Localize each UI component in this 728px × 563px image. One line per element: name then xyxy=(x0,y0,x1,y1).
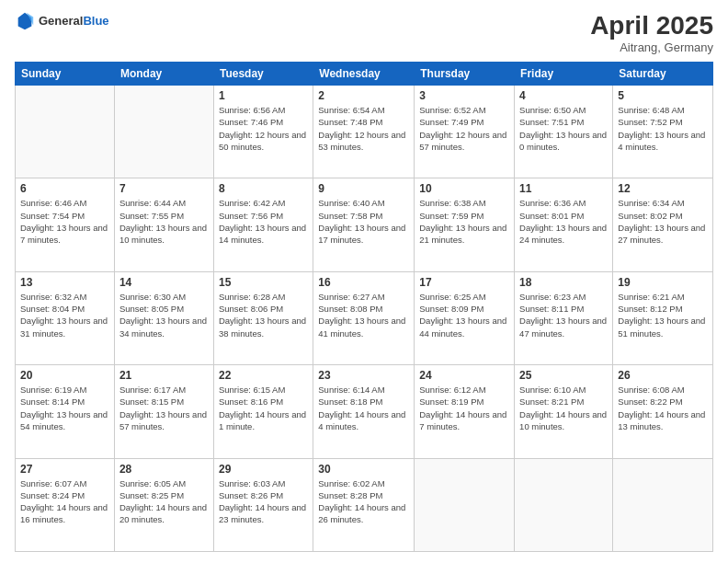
table-row: 22Sunrise: 6:15 AMSunset: 8:16 PMDayligh… xyxy=(213,365,313,458)
day-number: 24 xyxy=(419,369,509,382)
table-row: 30Sunrise: 6:02 AMSunset: 8:28 PMDayligh… xyxy=(313,458,415,551)
table-row xyxy=(415,458,515,551)
logo-general: General xyxy=(39,14,83,28)
table-row: 27Sunrise: 6:07 AMSunset: 8:24 PMDayligh… xyxy=(16,458,115,551)
day-detail: Sunrise: 6:14 AMSunset: 8:18 PMDaylight:… xyxy=(318,384,409,432)
table-row: 4Sunrise: 6:50 AMSunset: 7:51 PMDaylight… xyxy=(515,86,613,178)
day-detail: Sunrise: 6:23 AMSunset: 8:11 PMDaylight:… xyxy=(519,291,608,339)
table-row: 18Sunrise: 6:23 AMSunset: 8:11 PMDayligh… xyxy=(515,271,613,364)
table-row xyxy=(515,458,613,551)
day-detail: Sunrise: 6:05 AMSunset: 8:25 PMDaylight:… xyxy=(119,477,209,526)
day-detail: Sunrise: 6:38 AMSunset: 7:59 PMDaylight:… xyxy=(419,197,509,246)
table-row: 14Sunrise: 6:30 AMSunset: 8:05 PMDayligh… xyxy=(114,271,213,364)
header: GeneralBlue April 2025 Aitrang, Germany xyxy=(15,11,713,54)
table-row: 26Sunrise: 6:08 AMSunset: 8:22 PMDayligh… xyxy=(613,365,713,458)
col-monday: Monday xyxy=(114,63,213,86)
table-row: 8Sunrise: 6:42 AMSunset: 7:56 PMDaylight… xyxy=(213,178,313,271)
day-detail: Sunrise: 6:15 AMSunset: 8:16 PMDaylight:… xyxy=(219,384,308,432)
day-detail: Sunrise: 6:28 AMSunset: 8:06 PMDaylight:… xyxy=(219,291,308,339)
title-block: April 2025 Aitrang, Germany xyxy=(590,11,713,54)
calendar-week-row: 27Sunrise: 6:07 AMSunset: 8:24 PMDayligh… xyxy=(16,458,713,551)
day-number: 22 xyxy=(219,369,308,382)
day-detail: Sunrise: 6:30 AMSunset: 8:05 PMDaylight:… xyxy=(119,291,209,339)
day-number: 2 xyxy=(318,89,409,102)
day-detail: Sunrise: 6:52 AMSunset: 7:49 PMDaylight:… xyxy=(419,104,509,153)
day-detail: Sunrise: 6:32 AMSunset: 8:04 PMDaylight:… xyxy=(20,291,109,339)
col-wednesday: Wednesday xyxy=(313,63,415,86)
calendar-week-row: 1Sunrise: 6:56 AMSunset: 7:46 PMDaylight… xyxy=(16,86,713,178)
month-title: April 2025 xyxy=(590,11,713,40)
calendar-week-row: 20Sunrise: 6:19 AMSunset: 8:14 PMDayligh… xyxy=(16,365,713,458)
day-number: 11 xyxy=(519,182,608,195)
day-number: 6 xyxy=(20,182,109,195)
day-detail: Sunrise: 6:10 AMSunset: 8:21 PMDaylight:… xyxy=(519,384,608,432)
logo: GeneralBlue xyxy=(15,11,109,31)
col-saturday: Saturday xyxy=(613,63,713,86)
table-row: 16Sunrise: 6:27 AMSunset: 8:08 PMDayligh… xyxy=(313,271,415,364)
day-number: 30 xyxy=(318,463,409,476)
table-row: 19Sunrise: 6:21 AMSunset: 8:12 PMDayligh… xyxy=(613,271,713,364)
day-number: 19 xyxy=(618,276,708,289)
table-row: 1Sunrise: 6:56 AMSunset: 7:46 PMDaylight… xyxy=(213,86,313,178)
day-number: 7 xyxy=(119,182,209,195)
day-number: 1 xyxy=(219,89,308,102)
day-detail: Sunrise: 6:56 AMSunset: 7:46 PMDaylight:… xyxy=(219,104,308,153)
table-row xyxy=(613,458,713,551)
logo-blue: Blue xyxy=(83,14,108,28)
day-detail: Sunrise: 6:27 AMSunset: 8:08 PMDaylight:… xyxy=(318,291,409,339)
col-tuesday: Tuesday xyxy=(213,63,313,86)
table-row: 24Sunrise: 6:12 AMSunset: 8:19 PMDayligh… xyxy=(415,365,515,458)
day-number: 10 xyxy=(419,182,509,195)
table-row: 25Sunrise: 6:10 AMSunset: 8:21 PMDayligh… xyxy=(515,365,613,458)
table-row: 17Sunrise: 6:25 AMSunset: 8:09 PMDayligh… xyxy=(415,271,515,364)
day-detail: Sunrise: 6:48 AMSunset: 7:52 PMDaylight:… xyxy=(618,104,708,153)
day-number: 5 xyxy=(618,89,708,102)
table-row: 28Sunrise: 6:05 AMSunset: 8:25 PMDayligh… xyxy=(114,458,213,551)
table-row: 5Sunrise: 6:48 AMSunset: 7:52 PMDaylight… xyxy=(613,86,713,178)
day-number: 15 xyxy=(219,276,308,289)
day-number: 12 xyxy=(618,182,708,195)
table-row: 7Sunrise: 6:44 AMSunset: 7:55 PMDaylight… xyxy=(114,178,213,271)
day-detail: Sunrise: 6:02 AMSunset: 8:28 PMDaylight:… xyxy=(318,477,409,526)
day-detail: Sunrise: 6:42 AMSunset: 7:56 PMDaylight:… xyxy=(219,197,308,246)
col-thursday: Thursday xyxy=(415,63,515,86)
day-number: 20 xyxy=(20,369,109,382)
table-row xyxy=(16,86,115,178)
calendar-week-row: 6Sunrise: 6:46 AMSunset: 7:54 PMDaylight… xyxy=(16,178,713,271)
table-row: 6Sunrise: 6:46 AMSunset: 7:54 PMDaylight… xyxy=(16,178,115,271)
day-detail: Sunrise: 6:34 AMSunset: 8:02 PMDaylight:… xyxy=(618,197,708,246)
day-number: 3 xyxy=(419,89,509,102)
day-detail: Sunrise: 6:25 AMSunset: 8:09 PMDaylight:… xyxy=(419,291,509,339)
table-row: 9Sunrise: 6:40 AMSunset: 7:58 PMDaylight… xyxy=(313,178,415,271)
col-friday: Friday xyxy=(515,63,613,86)
table-row: 13Sunrise: 6:32 AMSunset: 8:04 PMDayligh… xyxy=(16,271,115,364)
day-detail: Sunrise: 6:50 AMSunset: 7:51 PMDaylight:… xyxy=(519,104,608,153)
day-detail: Sunrise: 6:03 AMSunset: 8:26 PMDaylight:… xyxy=(219,477,308,526)
table-row: 23Sunrise: 6:14 AMSunset: 8:18 PMDayligh… xyxy=(313,365,415,458)
day-number: 14 xyxy=(119,276,209,289)
day-number: 4 xyxy=(519,89,608,102)
table-row: 2Sunrise: 6:54 AMSunset: 7:48 PMDaylight… xyxy=(313,86,415,178)
logo-icon xyxy=(15,11,35,31)
table-row: 29Sunrise: 6:03 AMSunset: 8:26 PMDayligh… xyxy=(213,458,313,551)
day-number: 21 xyxy=(119,369,209,382)
day-number: 13 xyxy=(20,276,109,289)
col-sunday: Sunday xyxy=(16,63,115,86)
day-number: 29 xyxy=(219,463,308,476)
table-row: 11Sunrise: 6:36 AMSunset: 8:01 PMDayligh… xyxy=(515,178,613,271)
table-row: 12Sunrise: 6:34 AMSunset: 8:02 PMDayligh… xyxy=(613,178,713,271)
day-number: 8 xyxy=(219,182,308,195)
day-number: 26 xyxy=(618,369,708,382)
day-detail: Sunrise: 6:07 AMSunset: 8:24 PMDaylight:… xyxy=(20,477,109,526)
calendar-table: Sunday Monday Tuesday Wednesday Thursday… xyxy=(15,62,713,552)
day-detail: Sunrise: 6:12 AMSunset: 8:19 PMDaylight:… xyxy=(419,384,509,432)
day-number: 9 xyxy=(318,182,409,195)
day-detail: Sunrise: 6:17 AMSunset: 8:15 PMDaylight:… xyxy=(119,384,209,432)
table-row: 10Sunrise: 6:38 AMSunset: 7:59 PMDayligh… xyxy=(415,178,515,271)
day-number: 28 xyxy=(119,463,209,476)
day-number: 23 xyxy=(318,369,409,382)
day-detail: Sunrise: 6:54 AMSunset: 7:48 PMDaylight:… xyxy=(318,104,409,153)
day-number: 27 xyxy=(20,463,109,476)
day-number: 16 xyxy=(318,276,409,289)
day-detail: Sunrise: 6:40 AMSunset: 7:58 PMDaylight:… xyxy=(318,197,409,246)
